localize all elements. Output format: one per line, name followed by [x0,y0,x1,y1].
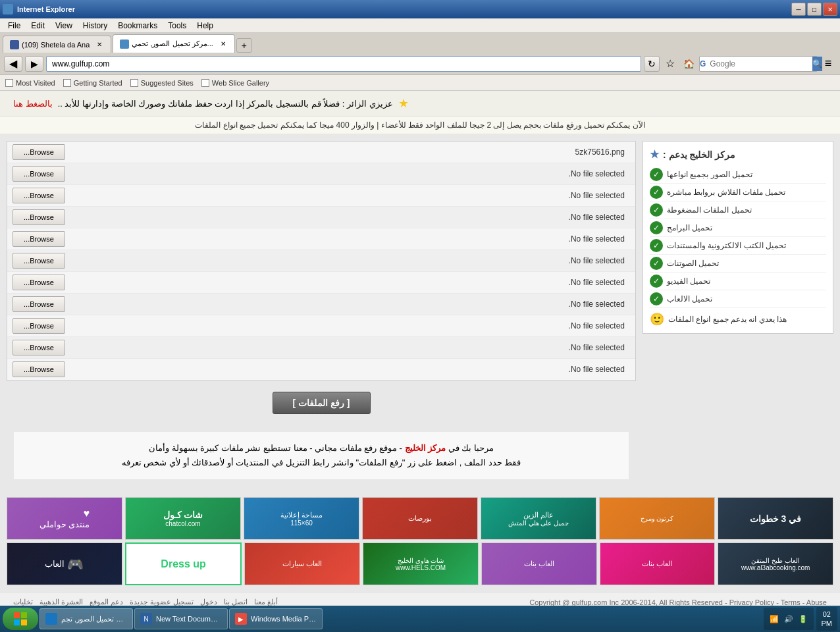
taskbar: مركز تحميل الصور, تجم... N New Text Docu… [0,606,840,632]
menu-bar: File Edit View History Bookmarks Tools H… [0,18,840,33]
bookmark-checkbox-3 [130,79,138,87]
refresh-button[interactable]: ↻ [644,56,660,72]
footer-link-register[interactable]: تسجيل عضوية جديدة [130,598,194,606]
close-button[interactable]: ✕ [823,3,837,16]
upload-description: الآن يمكنكم تحميل ورفع ملفات بحجم يصل إل… [0,117,840,134]
bookmark-most-visited[interactable]: Most Visited [5,79,55,87]
browse-button-1[interactable]: ...Browse [13,166,65,182]
visitor-notice-link[interactable]: بالضغط هنا [13,99,53,109]
bookmark-star-button[interactable]: ☆ [662,56,678,72]
ad-banner-style[interactable]: عالم الزين جميل على هلي المتش [481,497,596,540]
browse-button-6[interactable]: ...Browse [13,275,65,290]
sidebar-footer-text: هذا يعدي انه يدعم جميع انواع الملفات [668,315,787,324]
svg-rect-0 [14,612,20,618]
ad-section-1: ♥ منتدى حواملي شات كـول chatcol.com مساح… [0,493,840,592]
ad-banner-girl-games-2[interactable]: العاب بنات [600,542,716,585]
menu-view[interactable]: View [50,20,78,32]
back-button[interactable]: ◀ [4,56,22,72]
ad-banner-news[interactable]: بورصات [362,497,478,540]
search-input[interactable] [706,59,812,68]
browse-button-7[interactable]: ...Browse [13,296,65,312]
tab-close-facebook[interactable]: ✕ [95,40,104,49]
browse-button-10[interactable]: ...Browse [13,361,65,377]
search-box: G 🔍 [699,56,818,72]
bookmark-suggested-sites[interactable]: Suggested Sites [130,79,194,87]
ad-banner-games[interactable]: 🎮 العاب [7,542,122,585]
clock-time: 02 [822,610,833,619]
check-icon-6: ✓ [650,257,663,270]
feature-row-8: تحميل الالعاب ✓ [650,290,826,308]
ad-banner-advertising[interactable]: مساحة إعلانية 60×115 [244,497,359,540]
tab-gulfup[interactable]: مركز تحميل الصور, تحمي... ✕ [113,34,234,53]
sidebar-star-icon: ★ [650,148,659,161]
taskbar-item-notepad[interactable]: N New Text Document - ... [134,608,228,629]
page-footer-text: مرحبا بك في مركز الخليج - موقع رفع ملفات… [13,431,629,480]
footer-link-contact[interactable]: اتصل بنا [224,598,248,606]
maximize-button[interactable]: □ [807,3,822,16]
address-input[interactable] [46,56,641,72]
ad-banner-chatcol[interactable]: شات كـول chatcol.com [125,497,241,540]
ad-banner-steps[interactable]: في 3 خطوات [718,497,833,540]
browse-button-4[interactable]: ...Browse [13,231,65,247]
minimize-button[interactable]: ─ [791,3,806,16]
footer-link-about[interactable]: أبلغ معنا [254,598,278,606]
browse-button-3[interactable]: ...Browse [13,209,65,225]
content-area: ★ عزيزي الزائر : فضلاً قم بالتسجيل بالمر… [0,91,840,606]
taskbar-label-media: Windows Media Player [251,615,317,623]
bookmark-web-slice[interactable]: Web Slice Gallery [201,79,269,87]
taskbar-item-media[interactable]: ▶ Windows Media Player [229,608,323,629]
menu-help[interactable]: Help [192,20,219,32]
menu-bookmarks[interactable]: Bookmarks [113,20,163,32]
menu-edit[interactable]: Edit [26,20,50,32]
page-wrapper: ★ عزيزي الزائر : فضلاً قم بالتسجيل بالمر… [0,91,840,606]
footer-link-support[interactable]: دعم الموقع [90,598,123,606]
file-row: ...Browse 5zk75616.png [7,142,635,163]
footer-link-tags[interactable]: تخليات [13,598,33,606]
browse-button-5[interactable]: ...Browse [13,253,65,269]
ad-banner-heli-chat[interactable]: شات هاوي الخليجwww.HELS.COM [363,542,479,585]
home-button[interactable]: 🏠 [681,56,696,72]
file-row: ...Browse No file selected. [7,294,635,315]
browse-button-0[interactable]: ...Browse [13,144,65,160]
ad-banner-car-games[interactable]: العاب سيارات [244,542,360,585]
menu-tools[interactable]: Tools [163,20,192,32]
forward-button[interactable]: ▶ [25,56,43,72]
feature-text-4: تحميل البرامج [667,223,712,232]
systray-battery-icon: 🔋 [798,614,808,624]
tab-close-gulfup[interactable]: ✕ [219,40,228,49]
tab-facebook[interactable]: (109) Shetela da Ana ✕ [3,36,111,53]
new-tab-button[interactable]: + [236,38,252,53]
footer-link-login[interactable]: دخول [200,598,217,606]
address-bar: ◀ ▶ ↻ ☆ 🏠 G 🔍 ≡ [0,53,840,75]
file-name-3: No file selected. [65,213,630,222]
tab-favicon-facebook [10,40,19,49]
browse-button-2[interactable]: ...Browse [13,188,65,203]
menu-history[interactable]: History [78,20,113,32]
check-icon-7: ✓ [650,275,663,288]
browser-icon [3,4,13,14]
ad-banner-dress[interactable]: Dress up [125,542,242,585]
feature-row-5: تحميل الكتب الالكترونية والمستندات ✓ [650,237,826,255]
upload-files-button[interactable]: [ رفع الملفات ] [273,392,371,414]
ad-banner-forums[interactable]: ♥ منتدى حواملي [7,497,122,540]
start-button[interactable] [3,608,38,630]
upload-instructions: فقط حدد الملف , اضغط على زر "رفع الملفات… [27,456,616,470]
browser-window: Internet Explorer ─ □ ✕ File Edit View H… [0,0,840,632]
ad-banner-cartoons[interactable]: كرتون ومرح [599,497,715,540]
ad-banner-cooking[interactable]: العاب طبخ المتقنwww.al3abcooking.com [718,542,833,585]
file-row: ...Browse No file selected. [7,272,635,294]
site-link[interactable]: مركز الخليج [405,443,446,453]
taskbar-clock[interactable]: 02 PM [816,607,838,631]
sidebar-box: مركز الخليج يدعم : ★ تحميل الصور بجميع ا… [643,141,833,334]
browse-button-9[interactable]: ...Browse [13,340,65,356]
file-row: ...Browse No file selected. [7,337,635,359]
menu-file[interactable]: File [3,20,26,32]
taskbar-item-browser[interactable]: مركز تحميل الصور, تجم... [39,608,133,629]
ad-banner-girl-games[interactable]: العاب بنات [481,542,597,585]
ad-row-1: ♥ منتدى حواملي شات كـول chatcol.com مساح… [7,497,833,540]
bookmark-getting-started[interactable]: Getting Started [63,79,122,87]
browser-settings-button[interactable]: ≡ [820,56,836,72]
feature-text-5: تحميل الكتب الالكترونية والمستندات [667,241,786,250]
footer-link-top10[interactable]: العشرة الذهبية [39,598,83,606]
browse-button-8[interactable]: ...Browse [13,318,65,334]
